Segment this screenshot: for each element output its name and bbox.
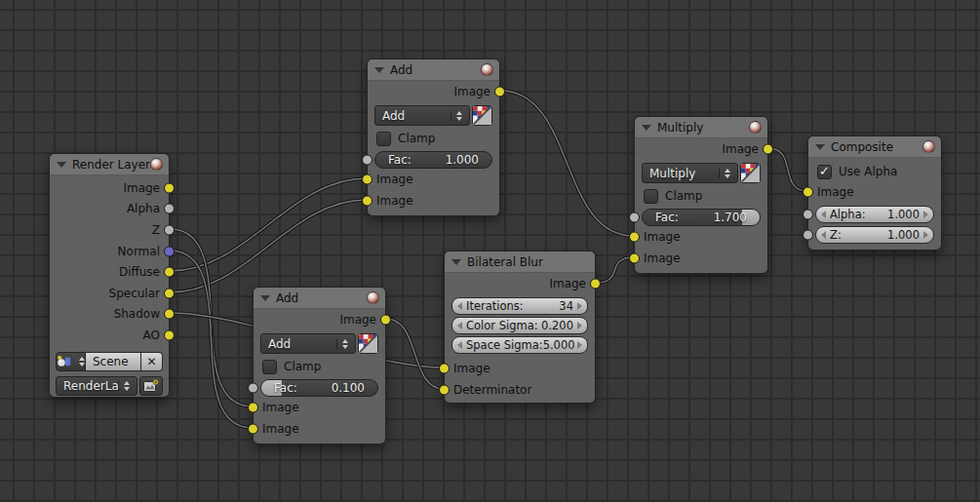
socket-fac-input[interactable] (629, 212, 640, 223)
alpha-row: Alpha: 1.000 (808, 206, 941, 223)
socket-image-input[interactable] (803, 187, 813, 198)
render-layer-row: RenderLayer (56, 376, 163, 396)
node-title: Add (276, 291, 367, 305)
socket-image1-input[interactable] (629, 232, 640, 243)
node-editor-canvas[interactable]: Render Layers Image Alpha Z Normal Diffu… (0, 0, 980, 502)
socket-normal-output[interactable] (164, 246, 175, 256)
scene-name-field[interactable]: Scene (86, 352, 141, 371)
decrement-arrow-icon[interactable] (821, 211, 826, 218)
blend-mode-select[interactable]: Add (374, 105, 470, 126)
increment-arrow-icon[interactable] (577, 322, 582, 329)
clamp-checkbox[interactable]: ✓ (376, 132, 391, 146)
node-header-composite[interactable]: Composite (808, 136, 941, 158)
increment-arrow-icon[interactable] (577, 341, 582, 349)
dropdown-arrows-icon (719, 169, 730, 178)
collapse-triangle-icon[interactable] (260, 295, 270, 301)
node-title: Add (390, 63, 481, 77)
color-swatch-icon[interactable] (472, 105, 492, 126)
node-title: Composite (831, 140, 922, 154)
input-row-image1: Image (254, 397, 385, 418)
blend-mode-select[interactable]: Add (260, 333, 356, 354)
node-bilateral-blur[interactable]: Bilateral Blur Image Iterations: 34 Colo… (444, 251, 596, 404)
fac-row: Fac: 1.700 (635, 209, 767, 226)
color-swatch-icon[interactable] (358, 333, 378, 354)
unlink-scene-button[interactable]: ✕ (141, 352, 163, 371)
collapse-triangle-icon[interactable] (451, 259, 461, 265)
socket-image2-input[interactable] (629, 253, 640, 264)
node-title: Multiply (657, 121, 749, 135)
socket-ao-output[interactable] (164, 329, 175, 340)
node-render-layers[interactable]: Render Layers Image Alpha Z Normal Diffu… (49, 153, 170, 398)
blend-mode-row: Add (260, 333, 378, 354)
node-add-2[interactable]: Add Image Add ✓ Clamp Fac: 0.100 (253, 287, 386, 444)
input-row-image: Image (808, 181, 941, 203)
input-row-image2: Image (368, 190, 499, 212)
socket-fac-input[interactable] (362, 155, 372, 166)
node-composite[interactable]: Composite ✓ Use Alpha Image Alpha: 1.000… (807, 135, 942, 251)
blend-mode-select[interactable]: Multiply (642, 163, 738, 183)
socket-image-output[interactable] (164, 182, 175, 193)
socket-determinator-input[interactable] (439, 385, 450, 396)
socket-image-input[interactable] (439, 364, 450, 374)
socket-image2-input[interactable] (248, 424, 258, 435)
output-row-ao: AO (50, 325, 169, 346)
fac-slider[interactable]: Fac: 1.700 (642, 209, 761, 226)
decrement-arrow-icon[interactable] (457, 341, 462, 349)
collapse-triangle-icon[interactable] (642, 125, 651, 131)
collapse-triangle-icon[interactable] (815, 144, 825, 150)
node-header-render-layers[interactable]: Render Layers (50, 154, 169, 175)
dropdown-arrows-icon (118, 381, 130, 391)
z-field[interactable]: Z: 1.000 (815, 226, 934, 244)
output-row-diffuse: Diffuse (50, 261, 169, 283)
socket-image1-input[interactable] (248, 403, 258, 413)
socket-specular-output[interactable] (164, 288, 175, 298)
alpha-field[interactable]: Alpha: 1.000 (815, 206, 934, 223)
socket-shadow-output[interactable] (164, 309, 175, 320)
fac-slider[interactable]: Fac: 1.000 (374, 151, 492, 169)
space-sigma-field[interactable]: Space Sigma: 5.000 (451, 336, 588, 354)
node-header-add-1[interactable]: Add (368, 59, 499, 81)
increment-arrow-icon[interactable] (577, 302, 582, 310)
increment-arrow-icon[interactable] (923, 231, 928, 239)
decrement-arrow-icon[interactable] (457, 302, 462, 310)
node-wire (768, 148, 807, 191)
node-add-1[interactable]: Add Image Add ✓ Clamp Fac: 1.000 (367, 58, 500, 216)
use-alpha-checkbox[interactable]: ✓ (817, 165, 832, 179)
iterations-field[interactable]: Iterations: 34 (451, 297, 588, 315)
socket-fac-input[interactable] (248, 383, 258, 394)
node-title: Bilateral Blur (467, 255, 589, 269)
socket-image-output[interactable] (380, 315, 391, 326)
blend-mode-row: Add (374, 105, 492, 126)
decrement-arrow-icon[interactable] (457, 322, 462, 329)
color-sigma-field[interactable]: Color Sigma: 0.200 (451, 317, 588, 334)
render-layer-select[interactable]: RenderLayer (56, 376, 137, 396)
render-preview-sphere-icon (367, 291, 379, 304)
node-header-bilateral-blur[interactable]: Bilateral Blur (445, 251, 595, 273)
collapse-triangle-icon[interactable] (57, 162, 66, 168)
node-header-add-2[interactable]: Add (254, 288, 385, 309)
socket-alpha-input[interactable] (803, 210, 813, 220)
socket-image-output[interactable] (590, 279, 601, 290)
socket-image-output[interactable] (494, 87, 505, 97)
fac-slider[interactable]: Fac: 0.100 (260, 379, 378, 397)
input-row-image2: Image (254, 418, 385, 440)
node-multiply[interactable]: Multiply Image Multiply ✓ Clamp Fac: (634, 116, 768, 274)
render-layer-image-button[interactable] (139, 376, 163, 396)
output-row-specular: Specular (50, 283, 169, 304)
socket-alpha-output[interactable] (164, 204, 175, 214)
clamp-checkbox[interactable]: ✓ (262, 360, 277, 374)
collapse-triangle-icon[interactable] (374, 67, 384, 73)
increment-arrow-icon[interactable] (923, 211, 928, 218)
scene-id-icon-button[interactable] (56, 352, 86, 371)
clamp-checkbox[interactable]: ✓ (644, 189, 658, 204)
socket-z-output[interactable] (164, 224, 175, 235)
socket-diffuse-output[interactable] (164, 267, 175, 278)
decrement-arrow-icon[interactable] (821, 231, 826, 239)
node-header-multiply[interactable]: Multiply (635, 117, 767, 138)
socket-z-input[interactable] (803, 230, 813, 241)
socket-image-output[interactable] (763, 144, 773, 155)
socket-image1-input[interactable] (362, 174, 372, 185)
color-swatch-icon[interactable] (740, 163, 761, 183)
socket-image2-input[interactable] (362, 196, 372, 207)
input-row-determinator: Determinator (445, 379, 595, 401)
